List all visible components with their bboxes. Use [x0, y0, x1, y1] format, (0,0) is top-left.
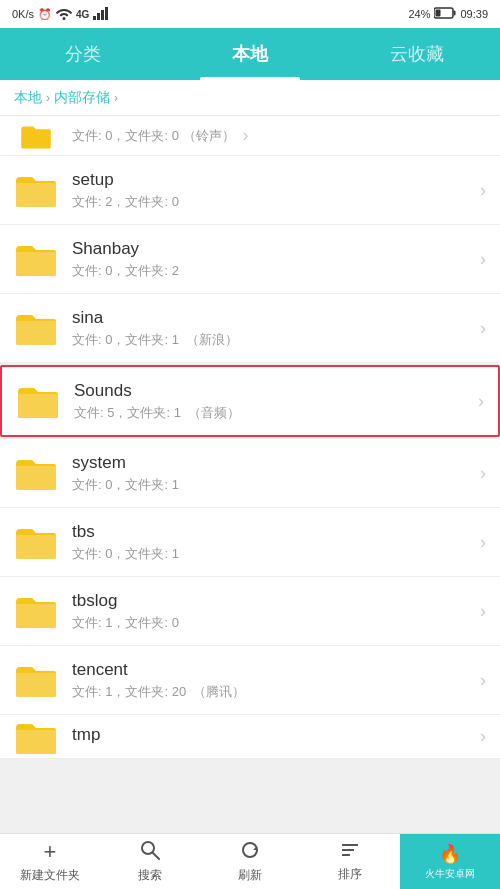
file-list: 文件: 0，文件夹: 0 （铃声） › setup 文件: 2，文件夹: 0 ›…	[0, 116, 500, 833]
breadcrumb-sep-2: ›	[114, 91, 118, 105]
list-item[interactable]: system 文件: 0，文件夹: 1 ›	[0, 439, 500, 508]
nav-label: 刷新	[238, 867, 262, 884]
tab-bar: 分类 本地 云收藏	[0, 28, 500, 80]
list-item[interactable]: sina 文件: 0，文件夹: 1 （新浪） ›	[0, 294, 500, 363]
plus-icon: +	[44, 839, 57, 865]
alarm-icon: ⏰	[38, 8, 52, 21]
wifi-icon	[56, 6, 72, 22]
file-name: tbs	[72, 522, 472, 542]
chevron-icon: ›	[480, 249, 486, 270]
chevron-icon: ›	[480, 318, 486, 339]
file-meta: 文件: 0，文件夹: 1 （新浪）	[72, 331, 472, 349]
file-info: tencent 文件: 1，文件夹: 20 （腾讯）	[72, 660, 472, 701]
nav-sort[interactable]: 排序	[300, 834, 400, 889]
file-name: system	[72, 453, 472, 473]
partial-folder-icon	[14, 122, 58, 150]
file-name: sina	[72, 308, 472, 328]
chevron-icon: ›	[480, 601, 486, 622]
file-info: setup 文件: 2，文件夹: 0	[72, 170, 472, 211]
nav-refresh[interactable]: 刷新	[200, 834, 300, 889]
list-item-partial[interactable]: tmp ›	[0, 715, 500, 759]
nav-label: 排序	[338, 866, 362, 883]
bottom-nav: + 新建文件夹 搜索 刷新 排序	[0, 833, 500, 889]
chevron-icon: ›	[480, 726, 486, 747]
list-item-highlighted[interactable]: Sounds 文件: 5，文件夹: 1 （音频） ›	[0, 365, 500, 437]
file-info: tmp	[72, 725, 472, 748]
svg-rect-0	[93, 16, 96, 20]
refresh-icon	[240, 840, 260, 865]
svg-rect-1	[97, 13, 100, 20]
folder-icon	[14, 589, 58, 633]
tab-cloud[interactable]: 云收藏	[333, 28, 500, 80]
file-info: tbs 文件: 0，文件夹: 1	[72, 522, 472, 563]
file-info: tbslog 文件: 1，文件夹: 0	[72, 591, 472, 632]
battery-percent: 24%	[408, 8, 430, 20]
svg-rect-6	[436, 10, 441, 17]
speed-indicator: 0K/s	[12, 8, 34, 20]
file-meta: 文件: 0，文件夹: 1	[72, 545, 472, 563]
file-name: Shanbay	[72, 239, 472, 259]
file-meta: 文件: 0，文件夹: 2	[72, 262, 472, 280]
file-info: Sounds 文件: 5，文件夹: 1 （音频）	[74, 381, 470, 422]
file-name: Sounds	[74, 381, 470, 401]
nav-brand[interactable]: 🔥 火牛安卓网	[400, 834, 500, 889]
partial-chevron-icon: ›	[243, 125, 249, 146]
time-display: 09:39	[460, 8, 488, 20]
list-item[interactable]: setup 文件: 2，文件夹: 0 ›	[0, 156, 500, 225]
file-meta: 文件: 5，文件夹: 1 （音频）	[74, 404, 470, 422]
file-name: tencent	[72, 660, 472, 680]
nav-label: 搜索	[138, 867, 162, 884]
brand-icon: 🔥	[439, 843, 461, 865]
nav-label: 火牛安卓网	[425, 867, 475, 881]
breadcrumb-internal-storage[interactable]: 内部存储	[54, 89, 110, 107]
list-item[interactable]: tbslog 文件: 1，文件夹: 0 ›	[0, 577, 500, 646]
file-name: tmp	[72, 725, 472, 745]
file-name: setup	[72, 170, 472, 190]
nav-new-folder[interactable]: + 新建文件夹	[0, 834, 100, 889]
file-info: sina 文件: 0，文件夹: 1 （新浪）	[72, 308, 472, 349]
sort-icon	[340, 841, 360, 864]
partial-file-meta: 文件: 0，文件夹: 0 （铃声）	[72, 127, 235, 145]
folder-icon	[14, 715, 58, 759]
breadcrumb: 本地 › 内部存储 ›	[0, 80, 500, 116]
folder-icon	[14, 306, 58, 350]
signal-4g-icon: 4G	[76, 9, 89, 20]
svg-rect-3	[105, 7, 108, 20]
folder-icon	[14, 168, 58, 212]
folder-icon	[14, 658, 58, 702]
svg-rect-5	[454, 11, 456, 16]
partial-file-item[interactable]: 文件: 0，文件夹: 0 （铃声） ›	[0, 116, 500, 156]
list-item[interactable]: tbs 文件: 0，文件夹: 1 ›	[0, 508, 500, 577]
status-left: 0K/s ⏰ 4G	[12, 6, 109, 22]
file-meta: 文件: 1，文件夹: 20 （腾讯）	[72, 683, 472, 701]
folder-icon	[14, 237, 58, 281]
tab-local[interactable]: 本地	[167, 28, 334, 80]
breadcrumb-local[interactable]: 本地	[14, 89, 42, 107]
chevron-icon: ›	[480, 670, 486, 691]
signal-bars-icon	[93, 6, 109, 22]
file-meta: 文件: 1，文件夹: 0	[72, 614, 472, 632]
svg-line-8	[153, 853, 159, 859]
tab-category[interactable]: 分类	[0, 28, 167, 80]
folder-icon	[16, 379, 60, 423]
list-item[interactable]: tencent 文件: 1，文件夹: 20 （腾讯） ›	[0, 646, 500, 715]
file-meta: 文件: 0，文件夹: 1	[72, 476, 472, 494]
status-bar: 0K/s ⏰ 4G 24% 09:39	[0, 0, 500, 28]
nav-label: 新建文件夹	[20, 867, 80, 884]
search-icon	[140, 840, 160, 865]
status-right: 24% 09:39	[408, 7, 488, 21]
nav-search[interactable]: 搜索	[100, 834, 200, 889]
chevron-icon: ›	[480, 532, 486, 553]
chevron-icon: ›	[480, 180, 486, 201]
svg-rect-2	[101, 10, 104, 20]
breadcrumb-sep-1: ›	[46, 91, 50, 105]
svg-point-7	[142, 842, 154, 854]
file-meta: 文件: 2，文件夹: 0	[72, 193, 472, 211]
list-item[interactable]: Shanbay 文件: 0，文件夹: 2 ›	[0, 225, 500, 294]
folder-icon	[14, 451, 58, 495]
chevron-icon: ›	[478, 391, 484, 412]
battery-icon	[434, 7, 456, 21]
chevron-icon: ›	[480, 463, 486, 484]
file-name: tbslog	[72, 591, 472, 611]
folder-icon	[14, 520, 58, 564]
